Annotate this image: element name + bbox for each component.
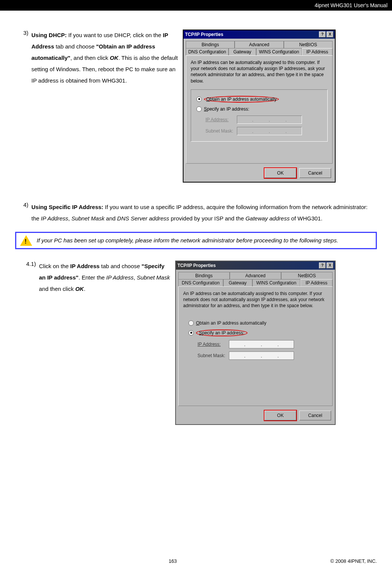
step-3: 3) Using DHCP: If you want to use DHCP, …	[15, 30, 377, 183]
t: If you want to use DHCP, click on the	[67, 32, 163, 38]
notice-box: If your PC has been set up completely, p…	[15, 232, 377, 249]
dialog-title: TCP/IP Properties	[177, 263, 216, 268]
step-3-number: 3)	[15, 30, 31, 36]
step-4: 4) Using Specific IP Address: If you wan…	[15, 201, 377, 224]
t: and then click	[39, 286, 75, 292]
page-content: 3) Using DHCP: If you want to use DHCP, …	[0, 11, 392, 425]
doc-header: 4ipnet WHG301 User's Manual	[0, 0, 392, 11]
tab-wins[interactable]: WINS Configuration	[256, 48, 302, 55]
tab-bindings[interactable]: Bindings	[186, 41, 235, 48]
step-4-number: 4)	[15, 201, 31, 208]
doc-header-title: 4ipnet WHG301 User's Manual	[314, 2, 387, 8]
ital: IP Address	[106, 274, 134, 281]
subnet-mask-field: Subnet Mask: ...	[205, 127, 324, 135]
dialog-description: An IP address can be automatically assig…	[191, 59, 328, 84]
ip-input[interactable]: ...	[229, 340, 294, 348]
tabs: Bindings Advanced NetBIOS DNS Configurat…	[176, 270, 335, 408]
tabs: Bindings Advanced NetBIOS DNS Configurat…	[184, 39, 335, 166]
ital: DNS Server address	[117, 215, 170, 222]
close-icon[interactable]: X	[327, 31, 333, 37]
bold: Using DHCP:	[31, 32, 67, 38]
boldital: OK	[110, 55, 118, 61]
dialog-title: TCP/IP Properties	[185, 32, 223, 37]
ip-address-field: IP Address: ...	[198, 340, 325, 348]
tab-dns[interactable]: DNS Configuration	[178, 279, 223, 286]
t: provided by your ISP and the	[169, 215, 246, 222]
mask-label: Subnet Mask:	[198, 353, 226, 358]
bold: IP Address	[70, 263, 100, 269]
ital: Gateway address	[246, 215, 290, 222]
radio-specify[interactable]: Specify an IP address:	[188, 330, 325, 336]
boldital: OK	[75, 286, 84, 292]
page-number: 163	[169, 558, 177, 564]
radio-group: Obtain an IP address automatically Speci…	[183, 314, 328, 366]
cancel-button[interactable]: Cancel	[299, 411, 331, 420]
tab-ipaddress[interactable]: IP Address	[300, 279, 333, 286]
dialog-titlebar: TCP/IP Properties ? X	[184, 30, 335, 39]
tab-panel: An IP address can be automatically assig…	[186, 55, 333, 164]
tab-gateway[interactable]: Gateway	[229, 48, 256, 55]
bold: Using Specific IP Address:	[31, 204, 103, 210]
highlight-oval: Specify an IP address:	[196, 330, 247, 336]
tab-gateway[interactable]: Gateway	[223, 279, 252, 286]
warning-icon	[20, 235, 32, 246]
tab-advanced[interactable]: Advanced	[235, 41, 283, 48]
figure-dialog-1: TCP/IP Properties ? X Bindings Advanced …	[183, 30, 336, 183]
tab-bindings[interactable]: Bindings	[178, 272, 230, 279]
t: tab and choose	[100, 263, 142, 269]
radio-group: Obtain an IP address automatically Speci…	[191, 89, 328, 142]
tab-netbios[interactable]: NetBIOS	[284, 41, 333, 48]
radio-obtain-auto[interactable]: Obtain an IP address automatically	[196, 96, 324, 103]
ital: Subnet Mask	[137, 274, 170, 281]
radio-obtain-auto[interactable]: Obtain an IP address automatically	[188, 320, 325, 326]
tab-advanced[interactable]: Advanced	[230, 272, 281, 279]
radio-specify[interactable]: Specify an IP address:	[196, 106, 324, 112]
ip-input[interactable]: ...	[237, 116, 302, 124]
step-3-text: Using DHCP: If you want to use DHCP, cli…	[31, 30, 183, 86]
mask-input[interactable]: ...	[229, 351, 294, 360]
help-icon[interactable]: ?	[319, 262, 326, 269]
dialog-description: An IP address can be automatically assig…	[183, 290, 328, 309]
page-footer: 163 © 2008 4IPNET, INC.	[0, 557, 392, 567]
radio-icon	[188, 330, 194, 336]
ital: Subnet Mask	[72, 215, 105, 222]
radio-icon	[196, 106, 202, 112]
mask-input[interactable]: ...	[237, 127, 302, 135]
figure-dialog-2: TCP/IP Properties ? X Bindings Advanced …	[175, 261, 336, 425]
subnet-mask-field: Subnet Mask: ...	[198, 351, 325, 360]
tcpip-dialog-2: TCP/IP Properties ? X Bindings Advanced …	[175, 261, 336, 425]
t: tab and choose	[54, 43, 96, 50]
step-4-text: Using Specific IP Address: If you want t…	[31, 201, 377, 224]
tab-wins[interactable]: WINS Configuration	[252, 279, 300, 286]
tab-panel: An IP address can be automatically assig…	[178, 286, 333, 406]
t: , and then click	[70, 55, 110, 61]
notice-text: If your PC has been set up completely, p…	[37, 236, 338, 245]
dialog-buttons: OK Cancel	[176, 408, 335, 424]
cancel-button[interactable]: Cancel	[299, 168, 331, 178]
step-4-1-text: Click on the IP Address tab and choose "…	[39, 261, 175, 295]
ok-button[interactable]: OK	[264, 168, 296, 178]
ip-address-field: IP Address: ...	[205, 116, 324, 124]
tcpip-dialog: TCP/IP Properties ? X Bindings Advanced …	[183, 30, 336, 183]
ital: IP Address	[41, 215, 68, 222]
tab-dns[interactable]: DNS Configuration	[186, 48, 229, 55]
help-icon[interactable]: ?	[319, 31, 326, 37]
step-4-1-number: 4.1)	[19, 261, 39, 267]
dialog-buttons: OK Cancel	[184, 166, 335, 182]
t: . Enter the	[78, 274, 106, 281]
step-4-1: 4.1) Click on the IP Address tab and cho…	[15, 261, 377, 425]
radio-icon	[196, 97, 202, 102]
tab-netbios[interactable]: NetBIOS	[281, 272, 333, 279]
ip-label: IP Address:	[205, 117, 234, 122]
t: Click on the	[39, 263, 70, 269]
t: .	[84, 286, 85, 292]
t: and	[104, 215, 117, 222]
ok-button[interactable]: OK	[264, 411, 296, 420]
radio-icon	[188, 320, 194, 326]
highlight-oval: Obtain an IP address automatically	[204, 96, 279, 103]
close-icon[interactable]: X	[327, 262, 333, 269]
tab-ipaddress[interactable]: IP Address	[302, 48, 333, 55]
dialog-titlebar: TCP/IP Properties ? X	[176, 261, 335, 270]
ip-label: IP Address:	[198, 342, 226, 347]
copyright: © 2008 4IPNET, INC.	[330, 558, 377, 564]
